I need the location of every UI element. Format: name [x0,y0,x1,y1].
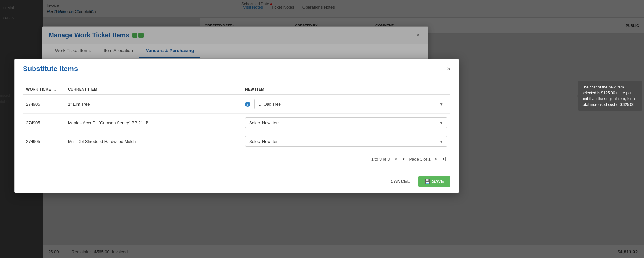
tooltip-text: The cost of the new item selected is $12… [582,85,635,107]
inner-modal-close-button[interactable]: × [447,65,450,73]
info-icon-1[interactable]: i [245,102,250,107]
substitute-items-table: WORK TICKET # CURRENT ITEM NEW ITEM 2749… [23,85,450,151]
new-item-cell-3: Select New Item ▼ [242,132,450,151]
ticket-274905-1: 274905 [23,95,65,114]
inner-modal: Substitute Items × WORK TICKET # CURRENT… [14,59,459,193]
page-info: Page 1 of 1 [409,157,431,161]
th-current-item: CURRENT ITEM [65,85,242,95]
pagination-row: 1 to 3 of 3 |< < Page 1 of 1 > >| [23,151,450,165]
ticket-274905-2: 274905 [23,114,65,132]
table-row: 274905 Maple - Acer Pl. "Crimson Sentry"… [23,114,450,132]
pagination-range: 1 to 3 of 3 [371,157,390,161]
inner-modal-footer: CANCEL 💾 SAVE [15,172,459,193]
table-row: 274905 1" Elm Tree i 1" Oak Tree ▼ [23,95,450,114]
inner-modal-header: Substitute Items × [15,59,459,78]
cancel-button[interactable]: CANCEL [386,176,415,187]
new-item-select-wrapper-1: 1" Oak Tree ▼ [254,99,447,109]
next-page-button[interactable]: > [433,156,438,162]
save-icon: 💾 [425,179,430,184]
th-new-item: NEW ITEM [242,85,450,95]
ticket-274905-3: 274905 [23,132,65,151]
save-button[interactable]: 💾 SAVE [418,176,450,187]
last-page-button[interactable]: >| [441,156,447,162]
new-item-select-2[interactable]: Select New Item [245,117,447,128]
th-work-ticket: WORK TICKET # [23,85,65,95]
inner-modal-title: Substitute Items [23,65,78,73]
table-row: 274905 Mu - Dbl Shredded Hardwood Mulch … [23,132,450,151]
first-page-button[interactable]: |< [393,156,399,162]
inner-modal-body: WORK TICKET # CURRENT ITEM NEW ITEM 2749… [15,78,459,172]
new-item-select-1[interactable]: 1" Oak Tree [254,99,447,109]
prev-page-button[interactable]: < [401,156,406,162]
new-item-select-wrapper-3: Select New Item ▼ [245,136,447,147]
current-item-2: Maple - Acer Pl. "Crimson Sentry" BB 2" … [65,114,242,132]
new-item-cell-1: i 1" Oak Tree ▼ [242,95,450,114]
new-item-cell-2: Select New Item ▼ [242,114,450,132]
new-item-select-wrapper-2: Select New Item ▼ [245,117,447,128]
new-item-select-3[interactable]: Select New Item [245,136,447,147]
save-label: SAVE [432,179,444,184]
tooltip-box: The cost of the new item selected is $12… [578,81,642,111]
current-item-3: Mu - Dbl Shredded Hardwood Mulch [65,132,242,151]
current-item-1: 1" Elm Tree [65,95,242,114]
